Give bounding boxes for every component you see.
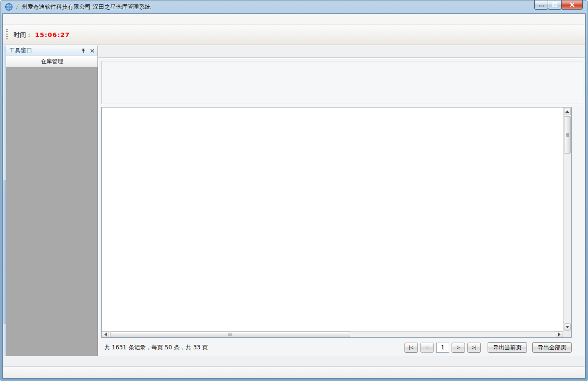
grid-viewport [102, 107, 563, 331]
vertical-scroll-thumb[interactable] [564, 116, 571, 154]
data-grid [101, 107, 572, 338]
tool-window-panel: 工具窗口 仓库管理 [6, 46, 98, 356]
horizontal-scroll-thumb[interactable] [110, 332, 350, 337]
tool-window-title: 工具窗口 [9, 47, 32, 55]
scroll-up-icon[interactable] [564, 108, 571, 115]
pagination-bar: 共 1631 条记录，每页 50 条，共 33 页 |< < > >| 导出当前… [101, 341, 572, 354]
toolbar: 时间： 15:06:27 [3, 25, 585, 45]
sidebar-nav [6, 67, 98, 356]
window-title: 广州爱奇迪软件科技有限公司-深田之星仓库管理系统 [16, 3, 150, 11]
scroll-right-icon[interactable] [556, 332, 563, 337]
pin-icon[interactable] [81, 48, 86, 54]
page-number-input[interactable] [436, 343, 449, 353]
sidebar-scrollbar[interactable] [3, 46, 6, 356]
tab-bar [98, 46, 585, 58]
next-page-button[interactable]: > [452, 343, 465, 353]
record-summary: 共 1631 条记录，每页 50 条，共 33 页 [104, 344, 208, 352]
export-current-page-button[interactable]: 导出当前页 [488, 342, 527, 353]
app-client-area: 时间： 15:06:27 工具窗口 仓库管理 [2, 13, 586, 379]
scroll-left-icon[interactable] [102, 332, 109, 337]
window-controls [535, 0, 583, 10]
time-label: 时间： [13, 31, 32, 39]
menu-bar [3, 14, 585, 25]
maximize-button[interactable] [548, 0, 562, 10]
main-area: 共 1631 条记录，每页 50 条，共 33 页 |< < > >| 导出当前… [98, 46, 585, 356]
app-window: 广州爱奇迪软件科技有限公司-深田之星仓库管理系统 时间： 15:06:27 工具… [0, 0, 588, 381]
sidebar-group-warehouse[interactable]: 仓库管理 [6, 56, 98, 67]
close-icon[interactable] [90, 48, 95, 53]
minimize-button[interactable] [534, 0, 548, 10]
vertical-scrollbar[interactable] [563, 107, 571, 331]
title-bar[interactable]: 广州爱奇迪软件科技有限公司-深田之星仓库管理系统 [0, 0, 588, 13]
content-area: 共 1631 条记录，每页 50 条，共 33 页 |< < > >| 导出当前… [98, 58, 585, 356]
scroll-down-icon[interactable] [564, 323, 571, 331]
app-logo-icon [5, 3, 13, 11]
workspace: 工具窗口 仓库管理 [3, 46, 585, 356]
time-value: 15:06:27 [35, 31, 70, 38]
toolbar-grip[interactable] [6, 29, 8, 41]
tool-window-header: 工具窗口 [6, 46, 98, 56]
scrollbar-corner [563, 331, 571, 337]
status-bar [3, 366, 585, 378]
time-display: 时间： 15:06:27 [13, 31, 70, 39]
search-panel [101, 61, 582, 104]
sidebar-scrollbar-thumb[interactable] [3, 180, 6, 324]
prev-page-button[interactable]: < [420, 343, 434, 353]
export-all-pages-button[interactable]: 导出全部页 [532, 342, 572, 353]
last-page-button[interactable]: >| [467, 343, 481, 353]
pagination-controls: |< < > >| 导出当前页 导出全部页 [404, 342, 572, 353]
first-page-button[interactable]: |< [404, 343, 418, 353]
horizontal-scrollbar[interactable] [102, 331, 563, 337]
close-icon[interactable] [561, 0, 583, 10]
